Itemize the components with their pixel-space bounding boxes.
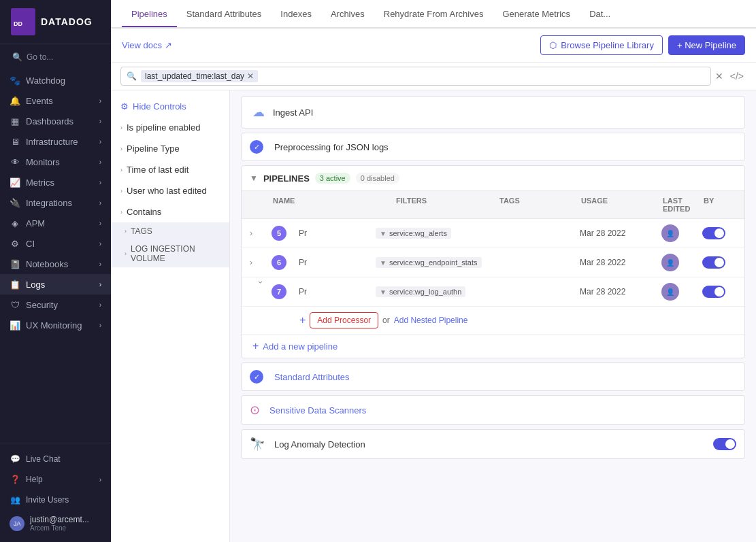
pipeline-6-toggle[interactable] (702, 256, 725, 269)
chevron-right-icon: › (99, 476, 101, 484)
sidebar-item-infrastructure[interactable]: 🖥 Infrastructure › (0, 131, 111, 152)
tab-archives[interactable]: Archives (321, 2, 374, 27)
goto-button[interactable]: 🔍 Go to... (8, 50, 103, 65)
search-input[interactable] (262, 71, 705, 82)
expand-row-6-button[interactable]: › (250, 258, 272, 267)
svg-text:DD: DD (14, 20, 22, 27)
help-icon: ❓ (10, 474, 20, 485)
logo-text: DATADOG (41, 16, 93, 27)
pipeline-5-date: Mar 28 2022 (580, 228, 661, 238)
add-new-pipeline-row[interactable]: + Add a new pipeline (242, 334, 744, 358)
col-tags: TAGS (498, 194, 580, 216)
chevron-right-icon: › (99, 158, 101, 166)
tab-indexes[interactable]: Indexes (271, 2, 321, 27)
toolbar-left: View docs ↗ (122, 40, 172, 50)
remove-search-tag-button[interactable]: ✕ (247, 71, 254, 81)
add-processor-button[interactable]: Add Processor (310, 312, 378, 328)
pipeline-num-badge: 7 (272, 284, 286, 299)
sidebar-item-monitors[interactable]: 👁 Monitors › (0, 152, 111, 172)
sidebar-item-metrics[interactable]: 📈 Metrics › (0, 172, 111, 192)
sidebar: DD DATADOG 🔍 Go to... 🐾 Watchdog 🔔 Event… (0, 0, 111, 542)
filter-pipeline-type[interactable]: › Pipeline Type (111, 138, 229, 159)
filter-user-who-last-edited[interactable]: › User who last edited (111, 180, 229, 201)
disabled-count-badge: 0 disabled (356, 173, 399, 184)
tab-standard-attributes[interactable]: Standard Attributes (177, 2, 272, 27)
sidebar-item-notebooks[interactable]: 📓 Notebooks › (0, 254, 111, 274)
pipeline-list: ☁ Ingest API ✓ Preprocessing for JSON lo… (230, 90, 756, 542)
sidebar-item-help[interactable]: ❓ Help › (0, 469, 111, 490)
filter-contains[interactable]: › Contains (111, 201, 229, 222)
sidebar-item-events[interactable]: 🔔 Events › (0, 90, 111, 111)
sidebar-item-watchdog[interactable]: 🐾 Watchdog (0, 70, 111, 90)
pipeline-row-5: › 5 Pr ▼ service:wg_alerts Mar 28 2022 👤 (242, 219, 744, 248)
sensitive-data-link[interactable]: Sensitive Data Scanners (269, 405, 366, 416)
search-input-wrapper[interactable]: 🔍 last_updated_time:last_day ✕ (120, 67, 711, 86)
filter-tags[interactable]: › TAGS (111, 222, 229, 240)
code-search-button[interactable]: </> (727, 71, 746, 82)
sidebar-item-dashboards[interactable]: ▦ Dashboards › (0, 111, 111, 131)
top-navigation: Pipelines Standard Attributes Indexes Ar… (111, 0, 756, 29)
preprocessing-name: Preprocessing for JSON logs (269, 142, 736, 152)
pipeline-num-badge: 5 (272, 226, 286, 241)
chevron-right-icon: › (99, 322, 101, 329)
notebooks-icon: 📓 (10, 258, 20, 269)
collapse-pipelines-button[interactable]: ▼ (250, 173, 258, 183)
search-icon: 🔍 (127, 71, 137, 81)
add-nested-pipeline-button[interactable]: Add Nested Pipeline (394, 316, 468, 325)
new-pipeline-button[interactable]: + New Pipeline (668, 35, 745, 55)
pipeline-standard-attributes: ✓ Standard Attributes (241, 362, 745, 391)
sidebar-item-logs[interactable]: 📋 Logs › (0, 274, 111, 294)
sidebar-search[interactable]: 🔍 Go to... (0, 44, 111, 70)
user-name: justin@arcemt... (30, 515, 89, 524)
col-filters: FILTERS (376, 194, 498, 216)
sidebar-item-ci[interactable]: ⚙ CI › (0, 233, 111, 254)
view-docs-button[interactable]: View docs ↗ (122, 40, 172, 50)
or-label: or (382, 316, 390, 325)
standard-attributes-link[interactable]: Standard Attributes (274, 372, 350, 382)
cloud-icon: ☁ (250, 103, 267, 121)
sidebar-item-integrations[interactable]: 🔌 Integrations › (0, 192, 111, 213)
hide-controls-button[interactable]: ⚙ Hide Controls (111, 96, 229, 117)
filter-is-pipeline-enabled[interactable]: › Is pipeline enabled (111, 117, 229, 138)
filter-icon: ▼ (380, 230, 387, 237)
chevron-right-icon: › (99, 138, 101, 146)
sidebar-item-ux-monitoring[interactable]: 📊 UX Monitoring › (0, 315, 111, 335)
search-icon: 🔍 (12, 52, 22, 62)
filter-time-of-last-edit[interactable]: › Time of last edit (111, 159, 229, 180)
anomaly-icon: 🔭 (250, 437, 265, 452)
clear-search-button[interactable]: ✕ (715, 71, 723, 82)
chevron-right-icon: › (99, 260, 101, 268)
expand-row-5-button[interactable]: › (250, 228, 272, 238)
monitors-icon: 👁 (10, 156, 20, 167)
sidebar-item-apm[interactable]: ◈ APM › (0, 213, 111, 233)
expand-row-7-button[interactable]: › (256, 281, 265, 303)
pipeline-sensitive-data: ⊙ Sensitive Data Scanners (241, 395, 745, 425)
browse-pipeline-library-button[interactable]: ⬡ Browse Pipeline Library (540, 35, 663, 55)
filter-log-ingestion[interactable]: › LOG INGESTION VOLUME (111, 240, 229, 267)
tab-pipelines[interactable]: Pipelines (122, 2, 177, 27)
chevron-right-icon: › (120, 124, 122, 131)
sidebar-item-security[interactable]: 🛡 Security › (0, 294, 111, 315)
ingest-api-name: Ingest API (273, 107, 736, 118)
pipeline-7-toggle[interactable] (702, 286, 725, 298)
toolbar: View docs ↗ ⬡ Browse Pipeline Library + … (111, 29, 756, 63)
sidebar-item-live-chat[interactable]: 💬 Live Chat (0, 449, 111, 469)
sidebar-item-invite-users[interactable]: 👥 Invite Users (0, 490, 111, 510)
ci-icon: ⚙ (10, 238, 20, 249)
log-anomaly-toggle[interactable] (713, 438, 736, 450)
user-profile[interactable]: JA justin@arcemt... Arcem Tene (0, 510, 111, 537)
main-content: Pipelines Standard Attributes Indexes Ar… (111, 0, 756, 542)
log-anomaly-row: 🔭 Log Anomaly Detection (242, 430, 744, 458)
log-anomaly-name: Log Anomaly Detection (270, 439, 708, 450)
pipelines-title: PIPELINES (263, 173, 310, 184)
invite-icon: 👥 (10, 494, 20, 505)
integrations-icon: 🔌 (10, 197, 20, 208)
tab-dat[interactable]: Dat... (580, 2, 620, 27)
pipeline-5-toggle[interactable] (702, 227, 725, 239)
pipeline-5-name: Pr (299, 228, 376, 238)
chevron-right-icon: › (99, 118, 101, 125)
scan-icon: ⊙ (250, 403, 260, 418)
filter-panel: ⚙ Hide Controls › Is pipeline enabled › … (111, 90, 230, 542)
tab-generate-metrics[interactable]: Generate Metrics (493, 2, 580, 27)
tab-rehydrate[interactable]: Rehydrate From Archives (374, 2, 493, 27)
